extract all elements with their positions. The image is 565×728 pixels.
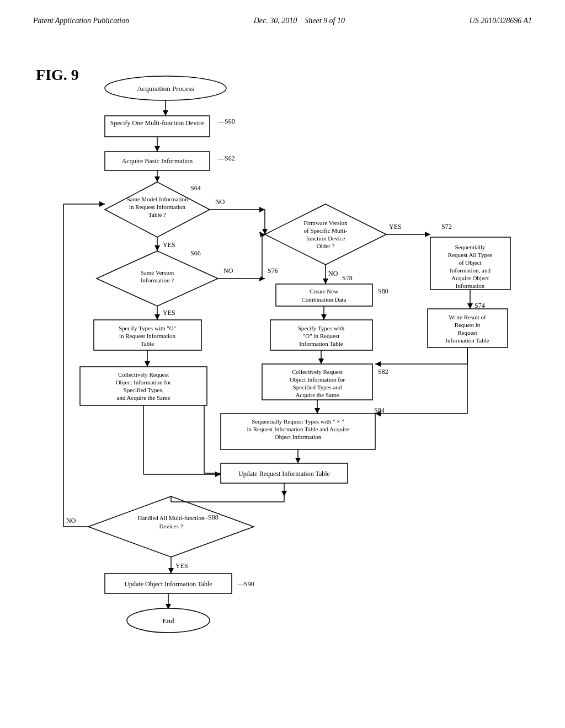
svg-text:and Acquire the Same: and Acquire the Same	[117, 394, 170, 401]
svg-text:NO: NO	[215, 198, 225, 206]
svg-text:Acquire Basic Information: Acquire Basic Information	[122, 157, 193, 165]
svg-text:NO: NO	[223, 267, 233, 275]
svg-marker-123	[99, 201, 105, 207]
svg-marker-150	[215, 472, 221, 477]
svg-text:Create New: Create New	[310, 288, 338, 295]
header-publication: Patent Application Publication	[33, 17, 129, 25]
svg-marker-3	[163, 110, 168, 116]
svg-text:of Object: of Object	[459, 259, 481, 266]
svg-text:—S60: —S60	[217, 117, 235, 125]
svg-text:Specified Types,: Specified Types,	[124, 387, 164, 393]
svg-text:YES: YES	[163, 241, 175, 249]
svg-marker-8	[154, 146, 160, 152]
svg-text:NO: NO	[328, 270, 338, 277]
svg-text:Collectively Request: Collectively Request	[292, 368, 343, 375]
svg-text:Update Object Information Tabl: Update Object Information Table	[124, 580, 212, 588]
svg-text:—S90: —S90	[237, 580, 254, 588]
svg-text:S80: S80	[378, 287, 388, 295]
svg-text:NO: NO	[66, 517, 76, 524]
svg-marker-49	[265, 204, 386, 265]
svg-text:—S88: —S88	[201, 513, 218, 521]
svg-text:in Request Information: in Request Information	[119, 333, 176, 339]
svg-marker-84	[321, 314, 327, 320]
svg-text:Table: Table	[141, 340, 154, 347]
svg-text:YES: YES	[389, 223, 402, 231]
svg-text:Object Information for: Object Information for	[116, 379, 172, 386]
svg-text:Information Table: Information Table	[445, 337, 489, 344]
svg-text:Sequentially Request Types wit: Sequentially Request Types with " × "	[252, 418, 344, 425]
svg-text:of Specific Multi-: of Specific Multi-	[304, 227, 348, 234]
svg-text:S66: S66	[190, 249, 201, 257]
svg-marker-34	[154, 314, 160, 320]
svg-text:End: End	[163, 617, 174, 625]
svg-text:S82: S82	[378, 368, 388, 376]
svg-text:S64: S64	[190, 184, 201, 192]
svg-marker-57	[425, 232, 430, 237]
svg-text:Request All Types: Request All Types	[448, 251, 492, 258]
svg-text:Acquisition Process: Acquisition Process	[137, 84, 194, 93]
svg-text:YES: YES	[163, 309, 175, 317]
svg-text:in Request Information Table a: in Request Information Table and Acquire	[247, 426, 349, 432]
svg-marker-42	[145, 361, 150, 367]
svg-text:Information ?: Information ?	[141, 277, 174, 283]
header-patent-number: US 2010/328696 A1	[470, 17, 532, 25]
svg-text:Specify Types with "O": Specify Types with "O"	[119, 325, 176, 331]
svg-marker-13	[154, 176, 160, 182]
svg-text:S74: S74	[475, 302, 485, 309]
svg-text:Object Information for: Object Information for	[290, 376, 345, 383]
svg-marker-144	[375, 361, 381, 367]
svg-text:Specify Types with: Specify Types with	[298, 325, 345, 331]
svg-marker-98	[315, 408, 320, 414]
svg-text:Combination Data: Combination Data	[302, 296, 347, 303]
svg-text:—S62: —S62	[217, 154, 235, 162]
svg-text:Same Model Information: Same Model Information	[126, 196, 188, 202]
svg-text:Request in: Request in	[455, 322, 481, 328]
svg-text:Object Information: Object Information	[275, 433, 322, 440]
svg-marker-112	[281, 491, 287, 496]
svg-text:Handled All Multi-function: Handled All Multi-function	[138, 515, 205, 521]
svg-text:Older ?: Older ?	[317, 243, 335, 249]
svg-text:S78: S78	[342, 274, 353, 282]
svg-text:Firmware Version: Firmware Version	[304, 220, 348, 226]
svg-marker-105	[295, 458, 301, 463]
svg-marker-76	[323, 279, 328, 284]
svg-marker-90	[318, 358, 324, 364]
svg-text:Acquire the Same: Acquire the Same	[296, 392, 339, 398]
svg-text:Specify One Multi-function Dev: Specify One Multi-function Device	[110, 119, 204, 127]
svg-text:Table ?: Table ?	[148, 211, 166, 218]
svg-text:Devices ?: Devices ?	[159, 523, 183, 529]
flowchart-svg: Acquisition Process Specify One Multi-fu…	[33, 55, 519, 717]
svg-marker-20	[259, 207, 265, 212]
svg-text:in Request Information: in Request Information	[129, 204, 186, 210]
svg-marker-126	[168, 568, 174, 574]
page-header: Patent Application Publication Dec. 30, …	[22, 11, 543, 28]
header-date-sheet: Dec. 30, 2010 Sheet 9 of 10	[254, 17, 345, 25]
svg-text:Specified Types and: Specified Types and	[293, 384, 342, 390]
svg-text:S72: S72	[441, 223, 452, 231]
svg-text:function Device: function Device	[306, 235, 345, 242]
svg-rect-79	[276, 284, 372, 306]
svg-text:Write Result of: Write Result of	[449, 314, 486, 320]
svg-text:Sequentially: Sequentially	[455, 244, 486, 250]
svg-text:Information Table: Information Table	[299, 340, 343, 347]
svg-text:Information, and: Information, and	[450, 267, 491, 274]
svg-text:Collectively Request: Collectively Request	[118, 371, 169, 378]
svg-text:S76: S76	[268, 267, 278, 275]
svg-marker-68	[467, 303, 473, 309]
svg-text:Same Version: Same Version	[141, 269, 174, 276]
svg-text:YES: YES	[175, 562, 188, 570]
svg-text:"O" in Request: "O" in Request	[303, 333, 339, 339]
svg-text:Information: Information	[456, 282, 485, 289]
page: Patent Application Publication Dec. 30, …	[0, 0, 565, 728]
svg-text:Update Request Information Tab: Update Request Information Table	[238, 470, 330, 478]
svg-text:Acquire Object: Acquire Object	[451, 275, 489, 281]
svg-text:Request: Request	[457, 329, 477, 336]
svg-marker-23	[154, 245, 160, 251]
